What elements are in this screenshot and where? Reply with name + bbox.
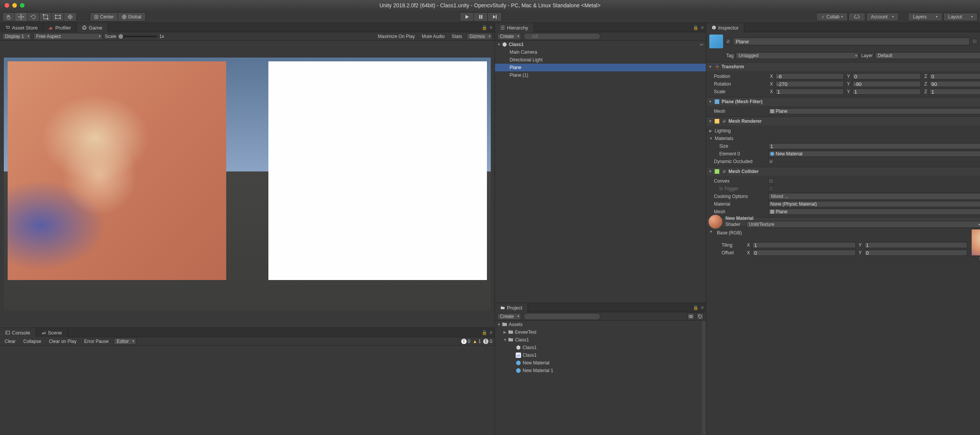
collider-mesh-field[interactable]: Plane: [768, 209, 980, 215]
scale-tool[interactable]: [39, 13, 52, 21]
materials-foldout[interactable]: ▼: [709, 137, 713, 140]
maximize-window[interactable]: [20, 3, 25, 8]
scene-row[interactable]: ▼Class1▾≡: [495, 41, 706, 48]
game-tab[interactable]: Game: [77, 23, 108, 32]
lighting-foldout[interactable]: ▶: [709, 129, 713, 133]
stats-toggle[interactable]: Stats: [449, 34, 464, 39]
scene-tab[interactable]: Scene: [36, 328, 68, 337]
renderer-enabled-checkbox[interactable]: ✓: [722, 119, 727, 124]
rotate-tool[interactable]: [27, 13, 39, 21]
component-foldout[interactable]: ▼: [709, 65, 712, 69]
collapse-toggle[interactable]: Collapse: [21, 339, 44, 344]
mesh-field[interactable]: Plane: [768, 108, 980, 114]
shader-dropdown[interactable]: Unlit/Texture: [746, 221, 980, 228]
collab-button[interactable]: ✓Collab▾: [816, 13, 848, 21]
rot-x-field[interactable]: [775, 81, 844, 87]
rot-y-field[interactable]: [852, 81, 921, 87]
hierarchy-item[interactable]: Main Camera: [495, 48, 706, 56]
editor-dropdown[interactable]: Editor: [114, 338, 136, 345]
project-item[interactable]: New Material 1: [495, 367, 702, 374]
component-foldout[interactable]: ▼: [709, 100, 712, 104]
display-dropdown[interactable]: Display 1: [2, 33, 31, 40]
layer-dropdown[interactable]: Default: [875, 52, 980, 59]
select-texture-button[interactable]: Select: [971, 257, 980, 261]
layout-button[interactable]: Layout▾: [943, 13, 978, 21]
pos-z-field[interactable]: [929, 73, 980, 79]
component-foldout[interactable]: ▼: [709, 170, 712, 173]
maximize-toggle[interactable]: Maximize On Play: [375, 34, 417, 39]
material-foldout[interactable]: ▼: [709, 230, 713, 234]
project-folder[interactable]: ▶EeveeTest: [495, 328, 702, 336]
pivot-center-button[interactable]: Center: [90, 13, 118, 21]
cooking-dropdown[interactable]: Mixed ...: [768, 193, 980, 200]
tiling-x-field[interactable]: [752, 242, 856, 248]
clear-on-play-toggle[interactable]: Clear on Play: [46, 339, 79, 344]
lock-icon[interactable]: 🔒: [482, 330, 487, 335]
hierarchy-body[interactable]: ▼Class1▾≡ Main Camera Directional Light …: [495, 41, 706, 303]
element0-field[interactable]: New Material: [768, 151, 980, 157]
scale-z-field[interactable]: [929, 89, 980, 95]
object-name-field[interactable]: [733, 38, 970, 45]
game-view[interactable]: [0, 41, 495, 328]
project-item[interactable]: Class1: [495, 344, 702, 351]
asset-store-tab[interactable]: Asset Store: [0, 23, 43, 32]
panel-menu-icon[interactable]: ≡: [490, 330, 492, 335]
inspector-tab[interactable]: iInspector: [706, 23, 744, 32]
aspect-dropdown[interactable]: Free Aspect: [33, 33, 102, 40]
inspector-body[interactable]: ✓ Static▾ Tag Untagged Layer Default ▼: [706, 32, 980, 435]
create-dropdown[interactable]: Create: [497, 33, 521, 40]
physic-material-field[interactable]: None (Physic Material): [768, 201, 980, 207]
offset-y-field[interactable]: [864, 250, 968, 256]
panel-menu-icon[interactable]: ≡: [701, 305, 704, 310]
project-search[interactable]: [523, 313, 600, 320]
project-tree[interactable]: ▼Assets ▶EeveeTest ▼Class1 Class1 c#Clas…: [495, 321, 702, 435]
active-checkbox[interactable]: ✓: [725, 39, 731, 44]
pos-y-field[interactable]: [852, 73, 921, 79]
project-scrollbar[interactable]: [702, 321, 706, 435]
project-create-dropdown[interactable]: Create: [497, 313, 521, 320]
panel-menu-icon[interactable]: ≡: [490, 25, 492, 30]
tiling-y-field[interactable]: [864, 242, 968, 248]
profiler-tab[interactable]: Profiler: [43, 23, 77, 32]
offset-x-field[interactable]: [752, 250, 856, 256]
console-tab[interactable]: Console: [0, 328, 36, 337]
project-folder[interactable]: ▼Assets: [495, 321, 702, 328]
project-item[interactable]: c#Class1: [495, 351, 702, 359]
clear-button[interactable]: Clear: [2, 339, 18, 344]
hand-tool[interactable]: [3, 13, 15, 21]
convex-checkbox[interactable]: [768, 178, 774, 184]
move-tool[interactable]: [15, 13, 27, 21]
texture-thumbnail[interactable]: [971, 229, 980, 256]
hierarchy-tab[interactable]: Hierarchy: [495, 23, 534, 32]
lock-icon[interactable]: 🔒: [693, 25, 699, 30]
minimize-window[interactable]: [12, 3, 17, 8]
project-tab[interactable]: Project: [495, 303, 528, 312]
scene-menu-icon[interactable]: ▾≡: [700, 43, 704, 46]
cloud-button[interactable]: [848, 13, 865, 21]
scale-slider[interactable]: [118, 36, 157, 37]
component-foldout[interactable]: ▼: [709, 119, 712, 123]
project-item[interactable]: New Material: [495, 359, 702, 367]
error-pause-toggle[interactable]: Error Pause: [82, 339, 111, 344]
error-count[interactable]: !0: [483, 339, 492, 344]
pivot-global-button[interactable]: Global: [118, 13, 145, 21]
warn-count[interactable]: ▲1: [473, 339, 481, 344]
info-count[interactable]: !0: [461, 339, 470, 344]
dynamic-occluded-checkbox[interactable]: ✓: [768, 159, 774, 164]
scale-x-field[interactable]: [775, 89, 844, 95]
play-button[interactable]: [460, 13, 474, 21]
account-button[interactable]: Account▾: [866, 13, 899, 21]
mute-toggle[interactable]: Mute Audio: [419, 34, 447, 39]
lock-icon[interactable]: 🔒: [693, 305, 699, 310]
hierarchy-search[interactable]: [523, 33, 600, 40]
filter-by-label-button[interactable]: [697, 313, 704, 320]
hierarchy-item[interactable]: Plane: [495, 64, 706, 71]
tag-dropdown[interactable]: Untagged: [736, 52, 859, 59]
static-checkbox[interactable]: [972, 39, 977, 44]
materials-size-field[interactable]: [768, 143, 980, 149]
scale-y-field[interactable]: [852, 89, 921, 95]
filter-by-type-button[interactable]: [687, 313, 694, 320]
project-folder[interactable]: ▼Class1: [495, 336, 702, 344]
console-body[interactable]: [0, 346, 495, 435]
lock-icon[interactable]: 🔒: [482, 25, 487, 30]
